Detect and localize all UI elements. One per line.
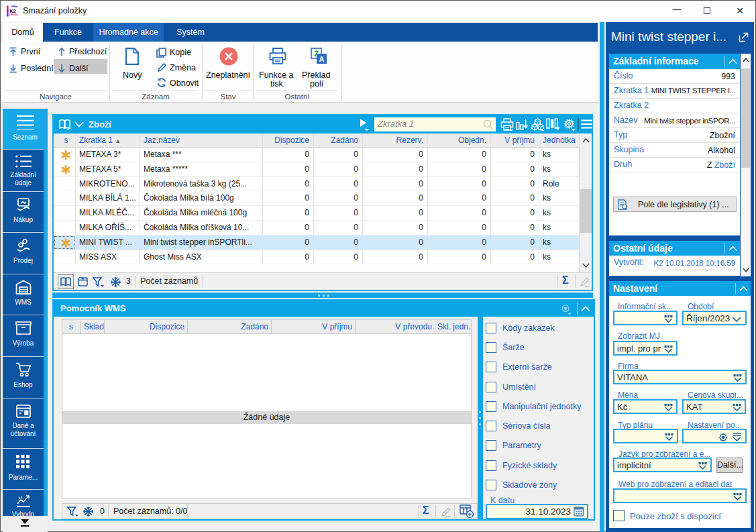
svg-text:K2: K2 (9, 8, 16, 14)
svg-text:A: A (319, 55, 325, 63)
